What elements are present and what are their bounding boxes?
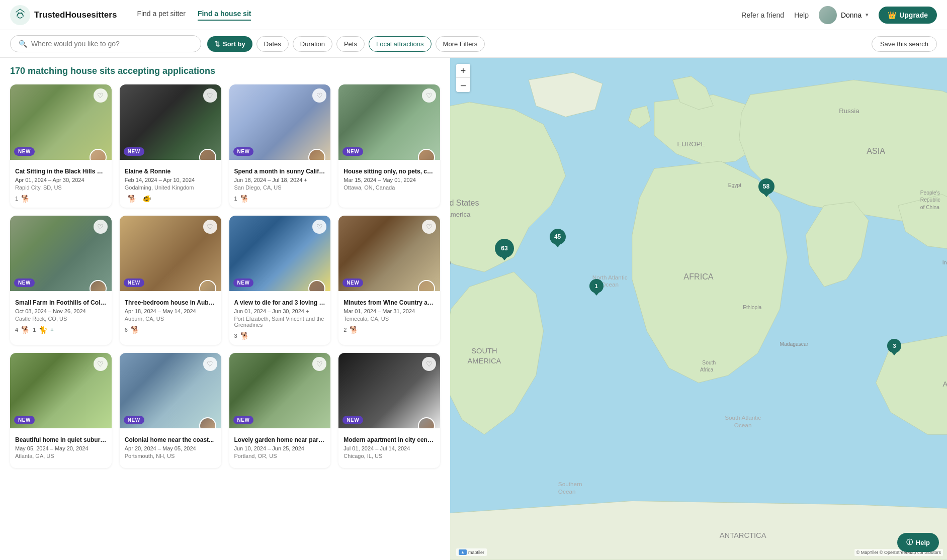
listing-badge: NEW	[124, 278, 144, 287]
refer-friend-link[interactable]: Refer a friend	[741, 11, 784, 19]
help-label: Help	[916, 539, 930, 546]
map-pin-p4[interactable]: 1	[589, 279, 604, 293]
svg-point-1	[18, 12, 20, 14]
listing-badge: NEW	[342, 416, 363, 424]
card-location: Portsmouth, NH, US	[125, 453, 216, 459]
listing-card-9[interactable]: NEW ♡ Beautiful home in quiet suburb... …	[10, 353, 112, 468]
svg-point-2	[21, 12, 23, 14]
pet-icon: 🐕	[21, 195, 30, 203]
favorite-button[interactable]: ♡	[203, 88, 217, 103]
card-title: Three-bedroom house in Auburn...	[125, 299, 216, 306]
save-search-button[interactable]: Save this search	[872, 36, 937, 52]
pet-icon: 🐕	[240, 195, 249, 203]
listing-card-3[interactable]: NEW ♡ Spend a month in sunny Californi..…	[229, 84, 331, 208]
svg-text:Ocean: Ocean	[558, 488, 576, 495]
filter-duration-button[interactable]: Duration	[293, 36, 332, 52]
favorite-button[interactable]: ♡	[422, 88, 436, 103]
card-dates: Jun 01, 2024 – Jun 30, 2024 +	[234, 308, 326, 314]
listing-card-11[interactable]: NEW ♡ Lovely garden home near park... Ju…	[229, 353, 331, 468]
card-pets: 1🐕	[234, 195, 326, 203]
map-pin-p3[interactable]: 58	[758, 178, 774, 195]
svg-text:Republic: Republic	[920, 197, 940, 203]
svg-text:People's: People's	[920, 190, 940, 196]
pet-icon: 🐕	[240, 332, 249, 340]
card-location: Portland, OR, US	[234, 453, 326, 459]
page-wrapper: TrustedHousesitters Find a pet sitter Fi…	[0, 0, 947, 560]
card-body: Elaine & Ronnie Feb 14, 2024 – Apr 10, 2…	[120, 160, 221, 208]
card-pets: 6🐕	[125, 326, 216, 334]
card-body: Beautiful home in quiet suburb... May 05…	[10, 428, 112, 468]
svg-text:Russia: Russia	[839, 107, 859, 115]
favorite-button[interactable]: ♡	[94, 220, 108, 234]
card-location: Ottawa, ON, Canada	[343, 184, 435, 191]
upgrade-button[interactable]: 👑 Upgrade	[879, 7, 937, 24]
listing-card-6[interactable]: NEW ♡ Three-bedroom house in Auburn... A…	[120, 216, 221, 345]
favorite-button[interactable]: ♡	[203, 357, 217, 371]
filter-pets-button[interactable]: Pets	[336, 36, 365, 52]
search-bar: 🔍 ⇅ Sort by Dates Duration Pets Local at…	[0, 30, 947, 58]
upgrade-label: Upgrade	[899, 11, 928, 19]
card-body: Small Farm in Foothills of Colorad... Oc…	[10, 291, 112, 339]
svg-text:ASIA: ASIA	[867, 146, 885, 155]
pin-count: 63	[501, 245, 507, 252]
sort-button[interactable]: ⇅ Sort by	[207, 36, 252, 52]
filter-dates-button[interactable]: Dates	[256, 36, 289, 52]
favorite-button[interactable]: ♡	[422, 357, 436, 371]
card-location: Port Elizabeth, Saint Vincent and the Gr…	[234, 316, 326, 328]
card-pets: 3🐕	[234, 332, 326, 340]
card-image-wrap: NEW ♡	[338, 216, 440, 291]
favorite-button[interactable]: ♡	[94, 357, 108, 371]
favorite-button[interactable]: ♡	[94, 88, 108, 103]
listing-badge: NEW	[14, 416, 35, 424]
listing-card-2[interactable]: NEW ♡ Elaine & Ronnie Feb 14, 2024 – Apr…	[120, 84, 221, 208]
card-body: Minutes from Wine Country and 2... Mar 0…	[338, 291, 440, 339]
listing-badge: NEW	[342, 278, 363, 287]
filter-local-attractions-button[interactable]: Local attractions	[369, 36, 432, 52]
svg-text:United States: United States	[450, 198, 479, 207]
header-right: Refer a friend Help Donna ▾ 👑 Upgrade	[741, 6, 937, 24]
avatar-image	[819, 6, 837, 24]
nav-find-petsitter[interactable]: Find a pet sitter	[137, 10, 186, 21]
listing-card-4[interactable]: NEW ♡ House sitting only, no pets, centr…	[338, 84, 440, 208]
card-dates: Jul 01, 2024 – Jul 14, 2024	[343, 445, 435, 451]
listing-card-5[interactable]: NEW ♡ Small Farm in Foothills of Colorad…	[10, 216, 112, 345]
listing-badge: NEW	[14, 147, 35, 156]
listing-card-10[interactable]: NEW ♡ Colonial home near the coast... Ap…	[120, 353, 221, 468]
listings-panel: 170 matching house sits accepting applic…	[0, 58, 450, 560]
listing-card-1[interactable]: NEW ♡ Cat Sitting in the Black Hills of …	[10, 84, 112, 208]
svg-text:South: South	[702, 360, 716, 365]
nav-find-housesit[interactable]: Find a house sit	[198, 10, 251, 21]
maptiler-text: maptiler	[468, 550, 484, 555]
help-link[interactable]: Help	[794, 11, 809, 19]
card-image-wrap: NEW ♡	[10, 216, 112, 291]
svg-text:of China: of China	[920, 205, 940, 210]
favorite-button[interactable]: ♡	[203, 220, 217, 234]
user-name: Donna	[841, 11, 862, 19]
map-container[interactable]: United States of America Canada SOUTH AM…	[450, 58, 947, 560]
search-input[interactable]	[31, 40, 193, 48]
search-input-wrap[interactable]: 🔍	[10, 35, 201, 52]
card-location: Godalming, United Kingdom	[125, 184, 216, 191]
pin-count: 58	[763, 183, 769, 190]
filter-more-button[interactable]: More Filters	[436, 36, 485, 52]
card-image-wrap: NEW ♡	[338, 353, 440, 428]
map-pin-p1[interactable]: 63	[495, 239, 514, 258]
card-body: Three-bedroom house in Auburn... Apr 18,…	[120, 291, 221, 339]
help-button[interactable]: ⓘ Help	[897, 533, 939, 552]
map-controls: + –	[456, 64, 470, 92]
listing-card-12[interactable]: NEW ♡ Modern apartment in city center...…	[338, 353, 440, 468]
card-body: House sitting only, no pets, centr... Ma…	[338, 160, 440, 200]
card-image-wrap: NEW ♡	[229, 353, 331, 428]
listing-card-8[interactable]: NEW ♡ Minutes from Wine Country and 2...…	[338, 216, 440, 345]
avatar	[819, 6, 837, 24]
favorite-button[interactable]: ♡	[422, 220, 436, 234]
pet-count: 4	[15, 327, 18, 333]
user-menu[interactable]: Donna ▾	[819, 6, 869, 24]
crown-icon: 👑	[888, 11, 896, 19]
zoom-in-button[interactable]: +	[456, 64, 470, 78]
svg-text:Australia: Australia	[943, 380, 947, 388]
svg-text:Ocean: Ocean	[734, 422, 752, 428]
map-pin-p2[interactable]: 45	[550, 229, 566, 245]
zoom-out-button[interactable]: –	[456, 78, 470, 92]
listing-card-7[interactable]: NEW ♡ A view to die for and 3 loving dog…	[229, 216, 331, 345]
